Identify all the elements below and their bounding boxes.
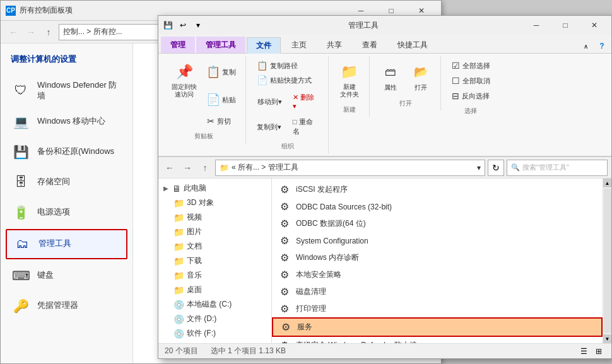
folder-3d-icon: 📁 [174, 198, 184, 208]
explorer-up-button[interactable]: ↑ [197, 160, 213, 175]
sidebar-item-mobility[interactable]: 💻 Windows 移动中心 [1, 107, 132, 137]
explorer-close-button[interactable]: ✕ [580, 16, 609, 35]
tree-item-drivef[interactable]: 💿 软件 (F:) [158, 326, 271, 341]
rename-button[interactable]: □ 重命名 [288, 115, 323, 138]
tree-item-pc[interactable]: ▶ 🖥 此电脑 [158, 181, 271, 196]
file-item-iscsi[interactable]: ⚙ iSCSI 发起程序 [272, 181, 603, 198]
tree-item-video[interactable]: 📁 视频 [158, 210, 271, 225]
tree-item-drived[interactable]: 💿 文件 (D:) [158, 312, 271, 326]
new-group-label: 新建 [343, 105, 356, 114]
copy-path-button[interactable]: 📋 复制路径 [252, 59, 323, 73]
paste-label: 粘贴 [222, 95, 236, 105]
tab-share[interactable]: 共享 [317, 37, 351, 53]
file-item-odbc64[interactable]: ⚙ ODBC 数据源(64 位) [272, 215, 603, 232]
file-item-memdiag[interactable]: ⚙ Windows 内存诊断 [272, 249, 603, 266]
ribbon: 管理 管理工具 文件 主页 共享 查看 快捷工具 ∧ ? 📌 固定到快速访问 [158, 35, 611, 157]
file-item-odbc32[interactable]: ⚙ ODBC Data Sources (32-bit) [272, 198, 603, 215]
file-item-defender-fw[interactable]: ⚙ 高级安全 Windows Defender 防火墙 [272, 337, 603, 343]
cp-up-button[interactable]: ↑ [41, 25, 56, 40]
tab-file[interactable]: 文件 [247, 37, 281, 54]
sidebar-item-keyboard[interactable]: ⌨ 键盘 [1, 261, 132, 291]
folder-desktop-icon: 📁 [174, 285, 184, 295]
sidebar-item-label-backup: 备份和还原(Windows [37, 146, 114, 157]
sidebar-item-label-credentials: 凭据管理器 [37, 300, 78, 311]
pin-to-quickaccess-button[interactable]: 📌 固定到快速访问 [167, 59, 201, 102]
file-item-services[interactable]: ⚙ 服务 [272, 317, 603, 337]
copy-button[interactable]: 📋 复制 [203, 59, 240, 85]
scroll-down-button[interactable]: ▼ [603, 334, 612, 343]
tree-item-localc[interactable]: 💿 本地磁盘 (C:) [158, 297, 271, 312]
quick-dropdown-button[interactable]: ▾ [191, 18, 205, 32]
scrollbar-thumb[interactable] [604, 189, 611, 333]
explorer-search-box[interactable]: 🔍 搜索"管理工具" [507, 160, 608, 176]
ribbon-help-button[interactable]: ? [595, 39, 609, 53]
quick-save-button[interactable]: 💾 [161, 18, 175, 32]
paste-shortcut-label: 粘贴快捷方式 [270, 76, 312, 85]
tab-manage[interactable]: 管理 [161, 37, 195, 53]
secpolicy-file-icon: ⚙ [278, 269, 291, 281]
cut-button[interactable]: ✂ 剪切 [203, 114, 240, 128]
tree-item-3d[interactable]: 📁 3D 对象 [158, 196, 271, 210]
view-large-icons-button[interactable]: ⊞ [592, 345, 605, 358]
explorer-maximize-button[interactable]: □ [551, 16, 580, 35]
copy-to-button[interactable]: 复制到▾ [252, 115, 287, 138]
tab-view[interactable]: 查看 [353, 37, 387, 53]
paste-shortcut-button[interactable]: 📄 粘贴快捷方式 [252, 73, 323, 87]
tab-home[interactable]: 主页 [282, 37, 316, 53]
tree-item-documents[interactable]: 📁 文档 [158, 239, 271, 254]
clipboard-group-label: 剪贴板 [194, 132, 213, 141]
open-icon: 📂 [411, 62, 431, 82]
file-name-sysconfig: System Configuration [296, 237, 368, 245]
ribbon-collapse-button[interactable]: ∧ [579, 39, 592, 53]
tab-quick-tools[interactable]: 快捷工具 [388, 37, 437, 53]
invert-selection-button[interactable]: ⊟ 反向选择 [447, 89, 495, 103]
tree-item-desktop[interactable]: 📁 桌面 [158, 283, 271, 297]
memdiag-file-icon: ⚙ [278, 252, 291, 264]
sidebar-item-credentials[interactable]: 🔑 凭据管理器 [1, 291, 132, 321]
sidebar-item-label-mobility: Windows 移动中心 [37, 116, 105, 127]
explorer-back-button[interactable]: ← [162, 160, 177, 175]
delete-button[interactable]: ✕ 删除▾ [288, 91, 322, 112]
tree-item-downloads[interactable]: 📁 下载 [158, 254, 271, 268]
tab-manage-tools[interactable]: 管理工具 [196, 37, 245, 53]
scroll-up-button[interactable]: ▲ [603, 179, 612, 187]
sidebar-item-backup[interactable]: 💾 备份和还原(Windows [1, 137, 132, 167]
quick-undo-button[interactable]: ↩ [176, 18, 190, 32]
sidebar-item-storage[interactable]: 🗄 存储空间 [1, 167, 132, 197]
breadcrumb-folder-icon: 📁 [220, 163, 229, 172]
cp-forward-button[interactable]: → [23, 25, 38, 40]
explorer-forward-button[interactable]: → [180, 160, 195, 175]
admin-tools-icon: 🗂 [12, 234, 32, 254]
explorer-refresh-button[interactable]: ↻ [488, 160, 504, 176]
new-folder-button[interactable]: 📁 新建文件夹 [335, 59, 364, 102]
move-to-button[interactable]: 移动到▾ [253, 91, 287, 112]
file-name-services: 服务 [297, 322, 312, 332]
paste-button[interactable]: 📄 粘贴 [203, 86, 240, 113]
cp-back-button[interactable]: ← [6, 25, 21, 40]
file-item-printmgmt[interactable]: ⚙ 打印管理 [272, 300, 603, 317]
file-item-secpolicy[interactable]: ⚙ 本地安全策略 [272, 266, 603, 283]
sidebar-item-power[interactable]: 🔋 电源选项 [1, 197, 132, 228]
explorer-minimize-button[interactable]: ─ [522, 16, 551, 35]
file-name-iscsi: iSCSI 发起程序 [296, 184, 348, 195]
ribbon-group-select: ☑ 全部选择 ☐ 全部取消 ⊟ 反向选择 选择 [442, 56, 500, 118]
view-details-button[interactable]: ☰ [577, 345, 590, 358]
invert-icon: ⊟ [452, 91, 459, 101]
file-name-diskmgmt: 磁盘清理 [296, 286, 326, 297]
tree-item-music[interactable]: 📁 音乐 [158, 268, 271, 283]
explorer-status-bar: 20 个项目 选中 1 个项目 1.13 KB ☰ ⊞ [158, 343, 611, 358]
properties-button[interactable]: 🗃 属性 [376, 59, 405, 95]
sidebar-item-defender[interactable]: 🛡 Windows Defender 防墙 [1, 75, 132, 107]
folder-video-icon: 📁 [174, 213, 184, 223]
select-none-icon: ☐ [452, 76, 460, 86]
select-none-button[interactable]: ☐ 全部取消 [447, 74, 495, 88]
sidebar-item-admin-tools[interactable]: 🗂 管理工具 [6, 229, 127, 259]
tree-item-pictures[interactable]: 📁 图片 [158, 225, 271, 239]
open-button[interactable]: 📂 打开 [406, 59, 435, 95]
file-item-diskmgmt[interactable]: ⚙ 磁盘清理 [272, 283, 603, 300]
select-group-label: 选择 [464, 107, 477, 115]
file-item-sysconfig[interactable]: ⚙ System Configuration [272, 232, 603, 249]
move-to-label: 移动到▾ [257, 97, 282, 107]
select-all-button[interactable]: ☑ 全部选择 [447, 59, 495, 73]
folder-documents-icon: 📁 [174, 242, 184, 252]
